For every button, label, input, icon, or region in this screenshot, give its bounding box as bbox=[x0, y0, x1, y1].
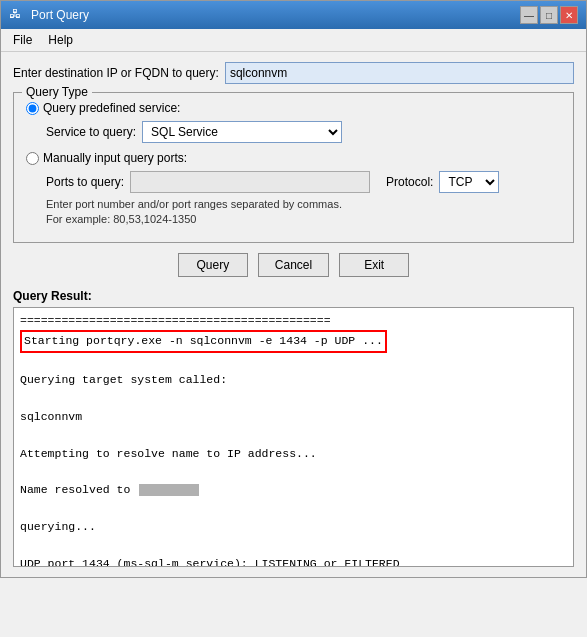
app-icon: 🖧 bbox=[9, 7, 25, 23]
maximize-button[interactable]: □ bbox=[540, 6, 558, 24]
predefined-label: Query predefined service: bbox=[43, 101, 180, 115]
minimize-button[interactable]: — bbox=[520, 6, 538, 24]
service-select[interactable]: SQL Service DNS HTTP HTTPS LDAP bbox=[142, 121, 342, 143]
service-row: Service to query: SQL Service DNS HTTP H… bbox=[46, 121, 561, 143]
result-line-blank3 bbox=[20, 426, 567, 444]
manual-label: Manually input query ports: bbox=[43, 151, 187, 165]
result-line-blank6 bbox=[20, 536, 567, 554]
title-bar-left: 🖧 Port Query bbox=[9, 7, 89, 23]
ports-label: Ports to query: bbox=[46, 175, 124, 189]
group-legend: Query Type bbox=[22, 85, 92, 99]
hint-text: Enter port number and/or port ranges sep… bbox=[46, 197, 561, 228]
protocol-wrapper: TCP UDP Both bbox=[439, 171, 499, 193]
predefined-radio-row: Query predefined service: bbox=[26, 101, 561, 115]
exit-button[interactable]: Exit bbox=[339, 253, 409, 277]
manual-radio-row: Manually input query ports: bbox=[26, 151, 561, 165]
ports-row: Ports to query: Protocol: TCP UDP Both bbox=[46, 171, 561, 193]
result-line-start: Starting portqry.exe -n sqlconnvm -e 143… bbox=[20, 330, 567, 352]
protocol-select[interactable]: TCP UDP Both bbox=[439, 171, 499, 193]
result-line-querying: Querying target system called: bbox=[20, 371, 567, 389]
result-line-blank1 bbox=[20, 353, 567, 371]
result-line-blank5 bbox=[20, 500, 567, 518]
main-content: Enter destination IP or FQDN to query: Q… bbox=[1, 52, 586, 577]
result-text[interactable]: ========================================… bbox=[14, 308, 573, 566]
result-wrapper: ========================================… bbox=[13, 307, 574, 567]
title-bar-buttons: — □ ✕ bbox=[520, 6, 578, 24]
result-line-blank4 bbox=[20, 463, 567, 481]
cancel-button[interactable]: Cancel bbox=[258, 253, 329, 277]
ports-input[interactable] bbox=[130, 171, 370, 193]
protocol-label: Protocol: bbox=[386, 175, 433, 189]
result-line-hostname: sqlconnvm bbox=[20, 408, 567, 426]
service-label: Service to query: bbox=[46, 125, 136, 139]
close-button[interactable]: ✕ bbox=[560, 6, 578, 24]
result-line-blank2 bbox=[20, 389, 567, 407]
destination-label: Enter destination IP or FQDN to query: bbox=[13, 66, 219, 80]
main-window: 🖧 Port Query — □ ✕ File Help Enter desti… bbox=[0, 0, 587, 578]
service-select-wrapper: SQL Service DNS HTTP HTTPS LDAP bbox=[142, 121, 342, 143]
ip-address-blur bbox=[139, 484, 199, 496]
title-bar: 🖧 Port Query — □ ✕ bbox=[1, 1, 586, 29]
menu-file[interactable]: File bbox=[5, 31, 40, 49]
hint-line1: Enter port number and/or port ranges sep… bbox=[46, 198, 342, 210]
result-line-udp-listening: UDP port 1434 (ms-sql-m service): LISTEN… bbox=[20, 555, 567, 566]
destination-input[interactable] bbox=[225, 62, 574, 84]
menu-help[interactable]: Help bbox=[40, 31, 81, 49]
destination-row: Enter destination IP or FQDN to query: bbox=[13, 62, 574, 84]
window-title: Port Query bbox=[31, 8, 89, 22]
result-line-resolve: Attempting to resolve name to IP address… bbox=[20, 445, 567, 463]
hint-line2: For example: 80,53,1024-1350 bbox=[46, 213, 196, 225]
query-type-group: Query Type Query predefined service: Ser… bbox=[13, 92, 574, 243]
query-button[interactable]: Query bbox=[178, 253, 248, 277]
predefined-radio[interactable] bbox=[26, 102, 39, 115]
menu-bar: File Help bbox=[1, 29, 586, 52]
result-line-separator: ========================================… bbox=[20, 312, 567, 330]
result-label: Query Result: bbox=[13, 289, 574, 303]
button-row: Query Cancel Exit bbox=[13, 253, 574, 277]
manual-radio[interactable] bbox=[26, 152, 39, 165]
result-line-ipresolved: Name resolved to bbox=[20, 481, 567, 499]
result-line-querying2: querying... bbox=[20, 518, 567, 536]
